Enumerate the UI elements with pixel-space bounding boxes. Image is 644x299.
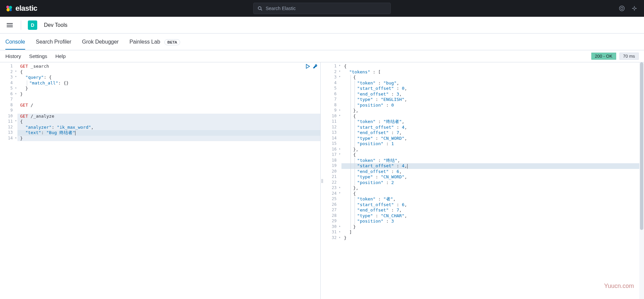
app-badge[interactable]: D — [28, 20, 37, 30]
wrench-button[interactable] — [312, 64, 318, 71]
help-button[interactable]: Help — [55, 53, 66, 59]
svg-point-1 — [9, 6, 12, 9]
svg-point-0 — [6, 6, 9, 8]
request-editor[interactable]: 12▾3▾45▴6▴7891011▾121314▴ GET _search { … — [0, 62, 321, 299]
request-gutter: 12▾3▾45▴6▴7891011▾121314▴ — [0, 62, 17, 141]
page-title: Dev Tools — [44, 22, 67, 28]
brand-text: elastic — [15, 4, 37, 13]
tab-painless-lab[interactable]: Painless Lab BETA — [129, 35, 180, 49]
help-icon[interactable] — [619, 5, 625, 12]
tab-console[interactable]: Console — [5, 35, 25, 49]
svg-point-4 — [258, 7, 261, 10]
svg-point-2 — [6, 8, 10, 11]
response-editor[interactable]: 1▾2▾3▾456789▴10▾111213141516▴17▾18192021… — [324, 62, 644, 299]
settings-button[interactable]: Settings — [29, 53, 47, 59]
editor-area: 12▾3▾45▴6▴7891011▾121314▴ GET _search { … — [0, 62, 644, 299]
brand-logo[interactable]: elastic — [5, 4, 37, 13]
svg-point-7 — [621, 7, 623, 10]
top-header: elastic Search Elastic — [0, 0, 644, 17]
status-badge: 200 - OK — [591, 53, 616, 60]
nav-bar: D Dev Tools — [0, 17, 644, 34]
run-request-button[interactable] — [305, 64, 310, 71]
svg-point-6 — [620, 6, 625, 11]
response-gutter: 1▾2▾3▾456789▴10▾111213141516▴17▾18192021… — [324, 62, 341, 241]
global-search[interactable]: Search Elastic — [253, 3, 391, 14]
time-badge: 70 ms — [620, 53, 639, 60]
elastic-logo-icon — [5, 5, 13, 12]
menu-toggle[interactable] — [5, 21, 14, 29]
history-button[interactable]: History — [5, 53, 21, 59]
pane-splitter[interactable]: || — [321, 62, 324, 299]
tabs-bar: Console Search Profiler Grok Debugger Pa… — [0, 34, 644, 50]
search-placeholder: Search Elastic — [266, 6, 296, 11]
tab-search-profiler[interactable]: Search Profiler — [36, 35, 71, 49]
response-scrollbar[interactable] — [639, 62, 644, 299]
tab-grok-debugger[interactable]: Grok Debugger — [82, 35, 119, 49]
news-icon[interactable] — [632, 5, 639, 12]
search-icon — [258, 6, 262, 11]
divider — [21, 20, 21, 30]
beta-badge: BETA — [164, 39, 180, 45]
toolbar: History Settings Help 200 - OK 70 ms — [0, 50, 644, 62]
svg-line-5 — [261, 9, 262, 11]
svg-point-3 — [9, 9, 12, 11]
request-code[interactable]: GET _search { "query": { "match_all": {}… — [17, 62, 320, 141]
watermark: Yuucn.com — [604, 283, 634, 290]
response-code: { "tokens" : [ { "token" : "bug", "start… — [341, 62, 644, 241]
svg-marker-8 — [306, 64, 310, 68]
